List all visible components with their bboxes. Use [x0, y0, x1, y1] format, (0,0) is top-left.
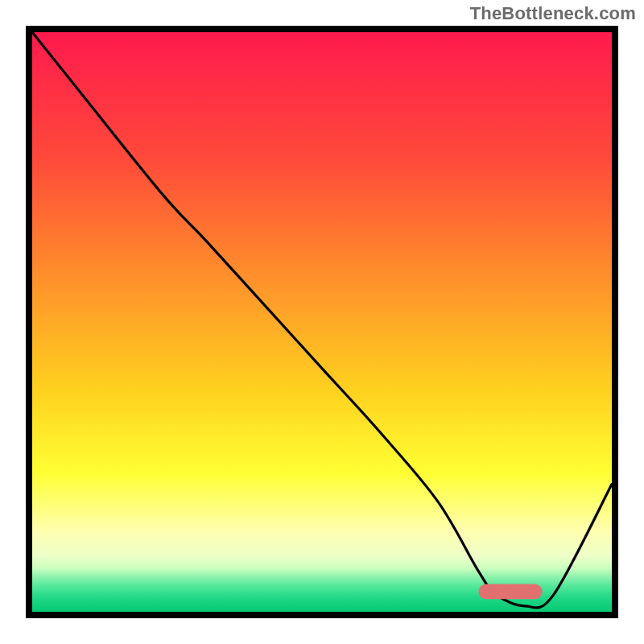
attribution-text: TheBottleneck.com	[470, 3, 636, 24]
svg-rect-1	[478, 584, 542, 599]
chart-root: TheBottleneck.com	[0, 0, 644, 644]
plot-frame	[26, 26, 618, 618]
plot-area	[32, 32, 612, 612]
optimal-range-marker	[32, 32, 612, 612]
